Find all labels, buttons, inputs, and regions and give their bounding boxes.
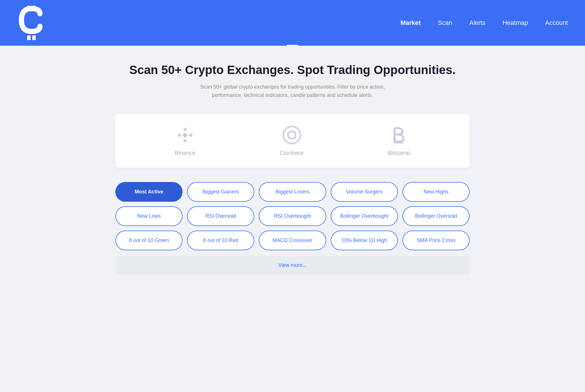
btn-sma-price-cross[interactable]: SMA Price Cross [402, 231, 470, 250]
btn-bollinger-overbought[interactable]: Bollinger Overbought [331, 206, 398, 226]
scan-row-1: Most Active Biggest Gainers Biggest Lose… [115, 182, 470, 202]
btn-new-lows[interactable]: New Lows [115, 206, 183, 226]
svg-rect-11 [393, 141, 403, 142]
bitstamp-icon [389, 125, 409, 145]
svg-rect-8 [182, 132, 188, 138]
nav-scan[interactable]: Scan [438, 19, 452, 27]
btn-bollinger-oversold[interactable]: Bollinger Oversold [402, 206, 470, 226]
header: Market Scan Alerts Heatmap Account [0, 0, 585, 46]
exchange-bitstamp[interactable]: Bitstamp [388, 125, 410, 156]
svg-rect-6 [189, 133, 193, 137]
btn-volume-surgers[interactable]: Volume Surgers [331, 182, 398, 202]
btn-most-active[interactable]: Most Active [115, 182, 183, 202]
btn-macd-crossover[interactable]: MACD Crossover [259, 231, 326, 250]
binance-label: Binance [175, 150, 195, 156]
scan-row-2: New Lows RSI Oversold RSI Overbought Bol… [115, 206, 470, 226]
btn-new-highs[interactable]: New Highs [402, 182, 470, 202]
btn-8-of-10-red[interactable]: 8 out of 10 Red [187, 231, 254, 250]
exchange-binance[interactable]: Binance [175, 125, 195, 156]
exchange-coinbase[interactable]: Coinbase [280, 125, 304, 156]
btn-8-of-10-green[interactable]: 8 out of 10 Green [115, 231, 183, 250]
svg-rect-7 [183, 139, 187, 143]
btn-10pct-below-1d-high[interactable]: 10% Below 1D High [331, 231, 398, 250]
hero-title: Scan 50+ Crypto Exchanges. Spot Trading … [115, 63, 470, 77]
coinbase-icon [282, 125, 302, 145]
svg-rect-3 [32, 35, 36, 40]
svg-rect-4 [183, 127, 187, 131]
nav-account[interactable]: Account [545, 19, 568, 27]
nav-market[interactable]: Market [400, 19, 421, 27]
main-nav: Market Scan Alerts Heatmap Account [400, 19, 568, 27]
nav-underline [287, 45, 298, 46]
view-more-link[interactable]: View more... [278, 262, 307, 268]
btn-rsi-overbought[interactable]: RSI Overbought [259, 206, 326, 226]
svg-point-9 [283, 127, 300, 144]
svg-rect-5 [177, 133, 181, 137]
scan-row-3: 8 out of 10 Green 8 out of 10 Red MACD C… [115, 231, 470, 250]
view-more-row: View more... [115, 256, 470, 275]
svg-rect-2 [27, 35, 31, 40]
btn-biggest-losers[interactable]: Biggest Losers [259, 182, 326, 202]
hero-subtitle: Scan 50+ global crypto exchanges for tra… [193, 83, 392, 99]
nav-heatmap[interactable]: Heatmap [502, 19, 528, 27]
logo[interactable] [17, 6, 46, 40]
svg-rect-12 [393, 142, 403, 143]
nav-alerts[interactable]: Alerts [469, 19, 485, 27]
exchanges-card: Binance Coinbase [115, 114, 470, 168]
hero-section: Scan 50+ Crypto Exchanges. Spot Trading … [115, 63, 470, 99]
btn-rsi-oversold[interactable]: RSI Oversold [187, 206, 254, 226]
main-content: Scan 50+ Crypto Exchanges. Spot Trading … [104, 46, 481, 286]
logo-icon [17, 6, 46, 40]
btn-biggest-gainers[interactable]: Biggest Gainers [187, 182, 254, 202]
scan-grid: Most Active Biggest Gainers Biggest Lose… [115, 182, 470, 275]
binance-icon [175, 125, 195, 145]
coinbase-label: Coinbase [280, 150, 304, 156]
bitstamp-label: Bitstamp [388, 150, 410, 156]
